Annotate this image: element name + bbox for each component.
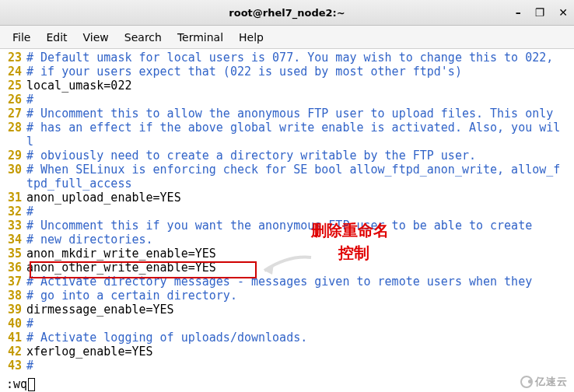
watermark-icon <box>520 376 533 388</box>
code-text: # Activate directory messages - messages… <box>26 275 574 289</box>
code-line: 41# Activate logging of uploads/download… <box>0 331 574 345</box>
code-line: 40# <box>0 317 574 331</box>
code-line: 31anon_upload_enable=YES <box>0 191 574 205</box>
menu-terminal[interactable]: Terminal <box>171 28 229 47</box>
code-text: # Uncomment this to allow the anonymous … <box>26 107 574 121</box>
code-line: 33# Uncomment this if you want the anony… <box>0 219 574 233</box>
code-line: 38# go into a certain directory. <box>0 289 574 303</box>
code-line: 30# When SELinux is enforcing check for … <box>0 163 574 177</box>
line-number: 33 <box>0 219 26 233</box>
code-line: 26# <box>0 93 574 107</box>
line-number: 38 <box>0 289 26 303</box>
titlebar: root@rhel7_node2:~ – ❐ ✕ <box>0 0 574 26</box>
code-line: 27# Uncomment this to allow the anonymou… <box>0 107 574 121</box>
code-text: anon_mkdir_write_enable=YES <box>26 247 574 261</box>
line-number: 41 <box>0 331 26 345</box>
code-text: # new directories. <box>26 233 574 247</box>
line-number: 29 <box>0 149 26 163</box>
code-text: # When SELinux is enforcing check for SE… <box>26 163 574 177</box>
menu-help[interactable]: Help <box>233 28 270 47</box>
code-text: # Activate logging of uploads/downloads. <box>26 331 574 345</box>
editor-area[interactable]: 23# Default umask for local users is 077… <box>0 49 574 392</box>
close-icon[interactable]: ✕ <box>558 6 568 19</box>
code-text: dirmessage_enable=YES <box>26 303 574 317</box>
code-text: local_umask=022 <box>26 79 574 93</box>
code-text: # <box>26 359 574 373</box>
window-title: root@rhel7_node2:~ <box>229 7 345 19</box>
watermark-text: 亿速云 <box>535 375 568 389</box>
code-text: # obviously need to create a directory w… <box>26 149 574 163</box>
line-number: 35 <box>0 247 26 261</box>
code-text: xferlog_enable=YES <box>26 345 574 359</box>
cursor <box>28 378 35 391</box>
code-text: # <box>26 205 574 219</box>
code-text: # go into a certain directory. <box>26 289 574 303</box>
vim-command-text: :wq <box>6 377 27 391</box>
line-number: 37 <box>0 275 26 289</box>
line-number: 32 <box>0 205 26 219</box>
line-number: 27 <box>0 107 26 121</box>
code-line: 23# Default umask for local users is 077… <box>0 51 574 65</box>
code-text: l <box>26 135 574 149</box>
code-text: anon_upload_enable=YES <box>26 191 574 205</box>
line-number: 36 <box>0 261 26 275</box>
window-controls: – ❐ ✕ <box>516 6 568 19</box>
code-line: 42xferlog_enable=YES <box>0 345 574 359</box>
code-text: # Uncomment this if you want the anonymo… <box>26 219 574 233</box>
code-line: 25local_umask=022 <box>0 79 574 93</box>
menu-view[interactable]: View <box>77 28 115 47</box>
code-line: 34# new directories. <box>0 233 574 247</box>
code-line: 28# has an effect if the above global wr… <box>0 121 574 135</box>
code-line: 29# obviously need to create a directory… <box>0 149 574 163</box>
line-number: 26 <box>0 93 26 107</box>
line-number: 34 <box>0 233 26 247</box>
line-number <box>0 177 26 191</box>
code-text: # <box>26 317 574 331</box>
line-number: 39 <box>0 303 26 317</box>
code-line: 39dirmessage_enable=YES <box>0 303 574 317</box>
code-line: 36anon_other_write_enable=YES <box>0 261 574 275</box>
vim-command-line[interactable]: :wq <box>0 376 35 392</box>
line-number: 42 <box>0 345 26 359</box>
menu-edit[interactable]: Edit <box>40 28 73 47</box>
code-line: 43# <box>0 359 574 373</box>
menu-file[interactable]: File <box>6 28 37 47</box>
line-number: 25 <box>0 79 26 93</box>
code-text: # Default umask for local users is 077. … <box>26 51 574 65</box>
code-text: # if your users expect that (022 is used… <box>26 65 574 79</box>
line-number <box>0 135 26 149</box>
minimize-icon[interactable]: – <box>516 6 521 19</box>
maximize-icon[interactable]: ❐ <box>535 6 545 19</box>
code-line: 35anon_mkdir_write_enable=YES <box>0 247 574 261</box>
code-text: tpd_full_access <box>26 177 574 191</box>
line-number: 24 <box>0 65 26 79</box>
code-text: # has an effect if the above global writ… <box>26 121 574 135</box>
line-number: 28 <box>0 121 26 135</box>
code-line: 24# if your users expect that (022 is us… <box>0 65 574 79</box>
code-line: 37# Activate directory messages - messag… <box>0 275 574 289</box>
code-line: l <box>0 135 574 149</box>
code-text: anon_other_write_enable=YES <box>26 261 574 275</box>
menu-search[interactable]: Search <box>118 28 168 47</box>
line-number: 40 <box>0 317 26 331</box>
line-number: 23 <box>0 51 26 65</box>
watermark: 亿速云 <box>520 375 568 389</box>
code-line: 32# <box>0 205 574 219</box>
code-text: # <box>26 93 574 107</box>
code-line: tpd_full_access <box>0 177 574 191</box>
line-number: 43 <box>0 359 26 373</box>
line-number: 31 <box>0 191 26 205</box>
menubar: File Edit View Search Terminal Help <box>0 26 574 49</box>
line-number: 30 <box>0 163 26 177</box>
